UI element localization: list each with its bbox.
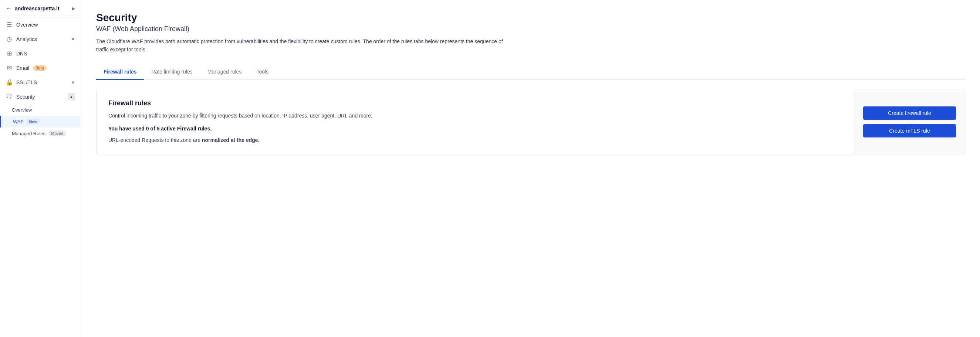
main-content: Security WAF (Web Application Firewall) …: [81, 0, 980, 337]
page-title: Security: [96, 12, 965, 24]
overview-icon: ☰: [6, 21, 13, 28]
back-arrow-icon[interactable]: ←: [6, 5, 12, 12]
sidebar-item-email[interactable]: ✉ Email Beta: [0, 61, 81, 75]
card-title: Firewall rules: [108, 100, 842, 107]
sidebar-label-email: Email: [16, 65, 29, 71]
card-usage: You have used 0 of 5 active Firewall rul…: [108, 126, 842, 131]
analytics-chevron-icon: ▼: [71, 37, 75, 41]
tab-firewall-rules[interactable]: Firewall rules: [96, 64, 144, 80]
ssltls-icon: 🔒: [6, 79, 13, 86]
sidebar: ← andreascarpetta.it ▶ ☰ Overview ◷ Anal…: [0, 0, 81, 337]
waf-label: WAF: [13, 119, 23, 125]
sidebar-item-waf[interactable]: WAF New: [0, 115, 81, 128]
tab-rate-limiting[interactable]: Rate limiting rules: [144, 64, 200, 80]
page-subtitle: WAF (Web Application Firewall): [96, 25, 965, 33]
card-description: Control incoming traffic to your zone by…: [108, 112, 842, 120]
tab-managed-rules[interactable]: Managed rules: [200, 64, 249, 80]
analytics-icon: ◷: [6, 35, 13, 43]
email-beta-badge: Beta: [33, 65, 46, 71]
sidebar-header-left: ← andreascarpetta.it: [6, 5, 60, 12]
managed-rules-moved-badge: Moved: [48, 130, 66, 136]
chevron-right-icon: ▶: [72, 6, 75, 11]
sidebar-item-sec-overview[interactable]: Overview: [0, 104, 81, 115]
sidebar-item-managed-rules[interactable]: Managed Rules Moved: [0, 128, 81, 139]
sidebar-label-dns: DNS: [16, 51, 27, 57]
card-url-bold: normalized at the edge.: [202, 137, 259, 143]
managed-rules-label: Managed Rules: [12, 131, 46, 136]
sidebar-label-analytics: Analytics: [16, 36, 37, 42]
site-name: andreascarpetta.it: [15, 6, 60, 11]
sidebar-item-ssltls[interactable]: 🔒 SSL/TLS ▼: [0, 75, 81, 89]
create-mtls-rule-button[interactable]: Create mTLS rule: [863, 124, 956, 138]
sidebar-label-overview: Overview: [16, 22, 38, 28]
card-sidebar: Create firewall rule Create mTLS rule: [854, 89, 965, 155]
email-icon: ✉: [6, 64, 13, 71]
security-subnav: Overview WAF New Managed Rules Moved: [0, 104, 81, 139]
security-icon: 🛡: [6, 93, 13, 100]
tab-tools[interactable]: Tools: [249, 64, 276, 80]
sidebar-item-dns[interactable]: ⊞ DNS: [0, 46, 81, 61]
waf-new-badge: New: [26, 119, 40, 125]
ssltls-chevron-icon: ▼: [71, 80, 75, 85]
sidebar-item-analytics[interactable]: ◷ Analytics ▼: [0, 32, 81, 46]
sidebar-nav: ☰ Overview ◷ Analytics ▼ ⊞ DNS ✉ Email B…: [0, 17, 81, 139]
firewall-rules-card: Firewall rules Control incoming traffic …: [96, 89, 965, 155]
security-collapse-button[interactable]: ▲: [68, 93, 75, 101]
sidebar-item-overview[interactable]: ☰ Overview: [0, 17, 81, 32]
card-main-content: Firewall rules Control incoming traffic …: [97, 89, 854, 155]
page-description: The Cloudflare WAF provides both automat…: [96, 37, 503, 54]
waf-tabs: Firewall rules Rate limiting rules Manag…: [96, 64, 965, 80]
dns-icon: ⊞: [6, 50, 13, 57]
sidebar-label-security: Security: [16, 94, 35, 100]
sidebar-header: ← andreascarpetta.it ▶: [0, 0, 81, 17]
sec-overview-label: Overview: [12, 107, 32, 113]
create-firewall-rule-button[interactable]: Create firewall rule: [863, 106, 956, 120]
card-url-text: URL-encoded Requests to this zone are no…: [108, 136, 842, 144]
sidebar-label-ssltls: SSL/TLS: [16, 79, 37, 85]
sidebar-item-security[interactable]: 🛡 Security ▲: [0, 89, 81, 104]
